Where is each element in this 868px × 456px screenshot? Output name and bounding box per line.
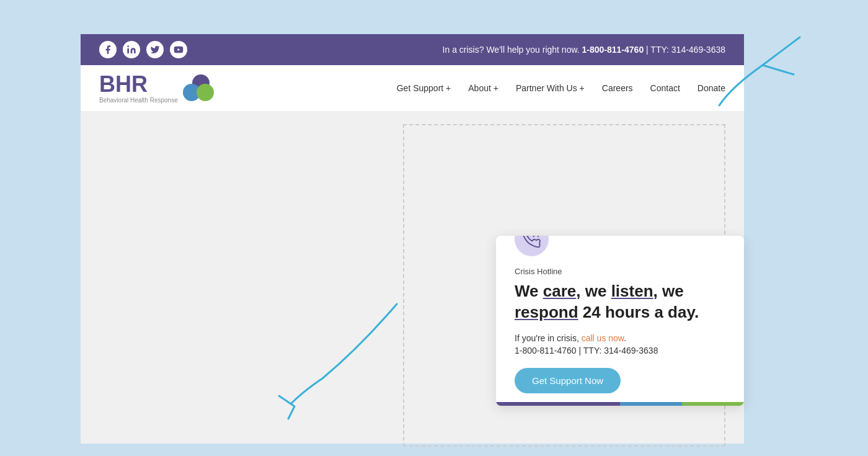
linkedin-icon[interactable] <box>123 41 140 58</box>
logo-text-group: BHR Behavioral Health Response <box>99 73 178 104</box>
youtube-icon[interactable] <box>170 41 187 58</box>
nav-about[interactable]: About + <box>468 83 498 93</box>
top-bar: In a crisis? We'll help you right now. 1… <box>81 34 744 65</box>
arrow-left-decoration <box>260 298 415 422</box>
bar-purple <box>496 402 620 406</box>
bar-blue <box>620 402 682 406</box>
nav-donate[interactable]: Donate <box>698 83 725 93</box>
social-icons <box>99 41 187 58</box>
nav-bar: BHR Behavioral Health Response Get Suppo… <box>81 65 744 112</box>
phone-chat-icon <box>515 236 549 256</box>
logo-icon <box>183 74 214 102</box>
nav-careers[interactable]: Careers <box>602 83 633 93</box>
crisis-card: Crisis Hotline We care, we listen, we re… <box>496 236 744 406</box>
nav-get-support[interactable]: Get Support + <box>397 83 451 93</box>
nav-menu: Get Support + About + Partner With Us + … <box>397 83 725 93</box>
twitter-icon[interactable] <box>146 41 164 58</box>
card-label: Crisis Hotline <box>515 267 725 276</box>
card-subtext: If you're in crisis, call us now. <box>515 333 725 343</box>
card-color-bar <box>496 402 744 406</box>
logo-text: BHR <box>99 73 178 96</box>
svg-point-0 <box>127 45 129 47</box>
logo-tagline: Behavioral Health Response <box>99 97 178 104</box>
call-now-link[interactable]: call us now <box>582 333 624 343</box>
bar-green <box>682 402 744 406</box>
main-content: Crisis Hotline We care, we listen, we re… <box>81 112 744 444</box>
circle-green <box>197 84 214 101</box>
card-phone: 1-800-811-4760 | TTY: 314-469-3638 <box>515 346 725 355</box>
get-support-button[interactable]: Get Support Now <box>515 368 621 393</box>
logo-area: BHR Behavioral Health Response <box>99 73 214 104</box>
page-wrapper: In a crisis? We'll help you right now. 1… <box>81 34 744 444</box>
crisis-text: In a crisis? We'll help you right now. 1… <box>443 45 725 55</box>
nav-partner[interactable]: Partner With Us + <box>516 83 585 93</box>
card-headline: We care, we listen, we respond 24 hours … <box>515 281 725 323</box>
card-icon-wrapper <box>515 236 549 256</box>
nav-contact[interactable]: Contact <box>650 83 680 93</box>
facebook-icon[interactable] <box>99 41 117 58</box>
